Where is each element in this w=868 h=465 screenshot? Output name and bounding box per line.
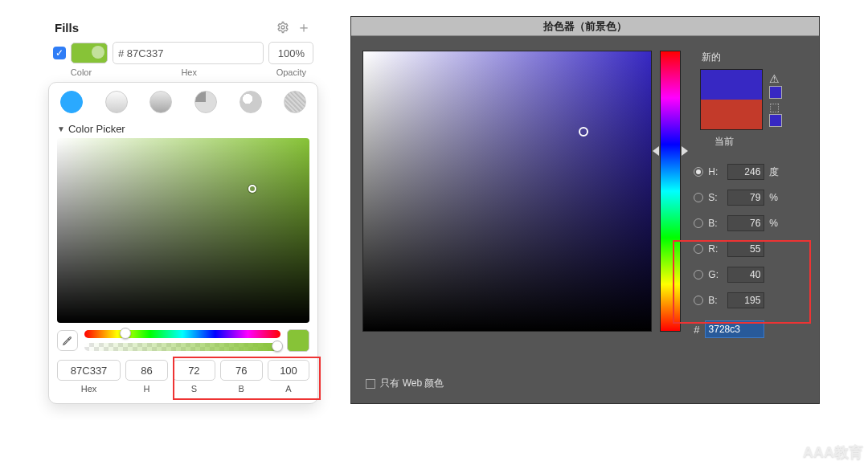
new-color-label: 新的 xyxy=(702,51,721,64)
ps-color-cursor[interactable] xyxy=(579,127,588,137)
gamut-warning-icon[interactable]: ⚠ xyxy=(769,72,782,85)
mini-swatch-new[interactable] xyxy=(769,86,782,99)
hue-slider[interactable] xyxy=(84,330,280,338)
fill-sublabels: Color Hex Opacity xyxy=(48,67,318,77)
fill-type-solid[interactable] xyxy=(60,91,83,113)
hex-hash-label: # xyxy=(694,324,699,336)
row-h: H: 度 xyxy=(694,164,808,180)
a-label: A xyxy=(268,384,310,394)
new-color-swatch[interactable] xyxy=(701,70,762,100)
fill-type-row xyxy=(57,89,309,118)
color-picker-title[interactable]: ▼ Color Picker xyxy=(57,123,309,135)
row-hex: # xyxy=(694,320,808,338)
label-h: H: xyxy=(708,166,723,177)
label-opacity: Opacity xyxy=(268,67,313,77)
input-g[interactable] xyxy=(727,267,764,283)
label-r: R: xyxy=(708,243,723,255)
web-only-label: 只有 Web 颜色 xyxy=(380,377,444,390)
current-color-swatch[interactable] xyxy=(701,100,762,129)
label-g: G: xyxy=(708,269,723,280)
new-current-box: ⚠ ⬚ xyxy=(700,69,808,130)
fill-type-radial[interactable] xyxy=(149,91,172,113)
hue-thumb[interactable] xyxy=(120,328,131,339)
alpha-slider[interactable] xyxy=(84,343,280,351)
hue-pointer-right[interactable] xyxy=(682,146,688,156)
fill-type-image[interactable] xyxy=(240,91,262,113)
unit-b: % xyxy=(769,218,782,229)
ps-color-field[interactable] xyxy=(362,51,652,332)
label-b: B: xyxy=(708,218,723,229)
web-only-checkbox-row[interactable]: 只有 Web 颜色 xyxy=(366,377,444,390)
color-field-cursor[interactable] xyxy=(248,185,256,193)
s-value-input[interactable] xyxy=(173,360,215,381)
label-hex: Hex xyxy=(109,67,268,77)
web-only-checkbox[interactable] xyxy=(366,379,375,389)
row-g: G: xyxy=(694,267,808,283)
a-value-input[interactable] xyxy=(268,360,310,381)
mini-swatch-current[interactable] xyxy=(769,114,782,127)
picker-window-title: 拾色器（前景色） xyxy=(351,17,819,36)
h-label: H xyxy=(125,384,168,394)
hex-value-input[interactable] xyxy=(57,360,121,381)
input-s[interactable] xyxy=(727,190,764,206)
color-field[interactable] xyxy=(57,138,309,323)
fill-enabled-checkbox[interactable]: ✓ xyxy=(53,47,66,59)
b-value-input[interactable] xyxy=(220,360,263,381)
radio-g[interactable] xyxy=(694,270,703,279)
unit-s: % xyxy=(769,192,782,203)
gear-icon[interactable] xyxy=(275,19,291,35)
label-s: S: xyxy=(708,192,723,203)
radio-h[interactable] xyxy=(694,167,703,177)
add-fill-button[interactable]: ＋ xyxy=(296,19,312,35)
fills-title: Fills xyxy=(55,21,270,35)
svg-point-0 xyxy=(281,26,285,29)
unit-h: 度 xyxy=(769,165,782,179)
h-value-input[interactable] xyxy=(125,360,168,381)
row-b2: B: xyxy=(694,292,808,308)
radio-r[interactable] xyxy=(694,244,703,254)
input-r[interactable] xyxy=(727,241,764,257)
input-b2[interactable] xyxy=(727,292,764,308)
input-b[interactable] xyxy=(727,215,764,231)
value-row: Hex H S B A xyxy=(57,360,309,394)
fill-swatch[interactable] xyxy=(71,43,108,63)
current-color-label: 当前 xyxy=(694,135,808,149)
hex-value-label: Hex xyxy=(57,384,121,394)
hue-pointer-left[interactable] xyxy=(653,146,659,156)
eyedropper-button[interactable] xyxy=(57,330,78,351)
photoshop-picker-panel: 拾色器（前景色） 新的 ⚠ ⬚ xyxy=(350,16,820,404)
ps-hue-bar[interactable] xyxy=(660,51,681,332)
row-s: S: % xyxy=(694,190,808,206)
fill-hex-input[interactable]: # 87C337 xyxy=(113,42,264,64)
row-b: B: % xyxy=(694,215,808,231)
input-h[interactable] xyxy=(727,164,764,180)
color-picker-label: Color Picker xyxy=(68,123,125,135)
radio-s[interactable] xyxy=(694,193,703,202)
fill-type-angular[interactable] xyxy=(194,91,217,113)
slider-row xyxy=(57,329,309,352)
fill-opacity-input[interactable]: 100% xyxy=(268,42,313,64)
ps-value-column: 新的 ⚠ ⬚ 当前 H: 度 xyxy=(689,51,808,338)
fill-type-linear[interactable] xyxy=(105,91,128,113)
color-preview-chip xyxy=(287,329,309,352)
alpha-thumb[interactable] xyxy=(272,341,283,352)
radio-b2[interactable] xyxy=(694,296,703,305)
label-b2: B: xyxy=(708,295,723,306)
row-r: R: xyxy=(694,241,808,257)
fills-header: Fills ＋ xyxy=(48,16,318,39)
input-hex[interactable] xyxy=(705,320,764,338)
fill-type-noise[interactable] xyxy=(284,91,306,113)
color-popover: ▼ Color Picker Hex H xyxy=(48,82,318,404)
fill-row: ✓ # 87C337 100% xyxy=(48,39,318,67)
cube-icon[interactable]: ⬚ xyxy=(769,100,782,113)
sketch-fills-panel: Fills ＋ ✓ # 87C337 100% Color Hex Opacit… xyxy=(48,16,318,404)
b-label: B xyxy=(220,384,263,394)
chevron-down-icon: ▼ xyxy=(57,124,65,133)
s-label: S xyxy=(173,384,215,394)
radio-b[interactable] xyxy=(694,218,703,228)
